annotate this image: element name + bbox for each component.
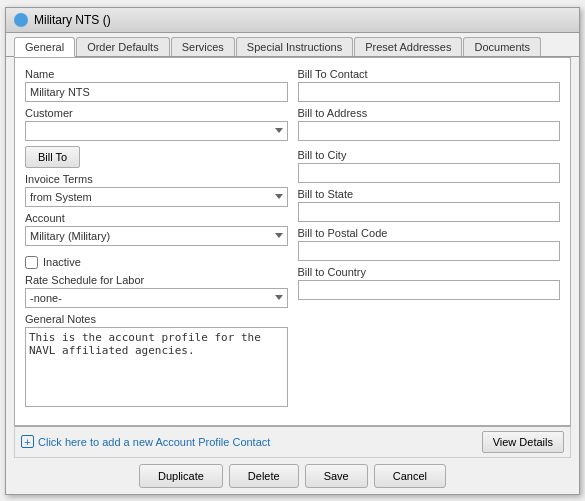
- plus-icon: +: [21, 435, 34, 448]
- save-button[interactable]: Save: [305, 464, 368, 488]
- bill-to-city-field-group: Bill to City: [298, 149, 561, 183]
- bill-to-country-label: Bill to Country: [298, 266, 561, 278]
- bottom-bar: + Click here to add a new Account Profil…: [14, 426, 571, 458]
- cancel-button[interactable]: Cancel: [374, 464, 446, 488]
- main-window: Military NTS () General Order Defaults S…: [5, 7, 580, 495]
- customer-select[interactable]: [25, 121, 288, 141]
- bill-to-city-label: Bill to City: [298, 149, 561, 161]
- bill-to-postal-field-group: Bill to Postal Code: [298, 227, 561, 261]
- bill-to-postal-label: Bill to Postal Code: [298, 227, 561, 239]
- bill-to-city-input[interactable]: [298, 163, 561, 183]
- window-title: Military NTS (): [34, 13, 111, 27]
- general-notes-textarea[interactable]: This is the account profile for the NAVL…: [25, 327, 288, 407]
- account-label: Account: [25, 212, 288, 224]
- tab-order-defaults[interactable]: Order Defaults: [76, 37, 170, 56]
- bill-to-address-field-group: Bill to Address: [298, 107, 561, 141]
- account-select[interactable]: Military (Military): [25, 226, 288, 246]
- add-contact-text: Click here to add a new Account Profile …: [38, 436, 270, 448]
- name-label: Name: [25, 68, 288, 80]
- invoice-terms-label: Invoice Terms: [25, 173, 288, 185]
- left-column: Name Customer Bill To Invoice Terms: [25, 68, 288, 415]
- tab-bar: General Order Defaults Services Special …: [6, 33, 579, 57]
- tab-documents[interactable]: Documents: [463, 37, 541, 56]
- tab-special-instructions[interactable]: Special Instructions: [236, 37, 353, 56]
- bill-to-country-field-group: Bill to Country: [298, 266, 561, 300]
- bill-to-address-label: Bill to Address: [298, 107, 561, 119]
- bill-to-button[interactable]: Bill To: [25, 146, 80, 168]
- bill-to-contact-input[interactable]: [298, 82, 561, 102]
- invoice-terms-field-group: Invoice Terms from System: [25, 173, 288, 207]
- delete-button[interactable]: Delete: [229, 464, 299, 488]
- add-contact-link[interactable]: + Click here to add a new Account Profil…: [21, 435, 270, 448]
- bill-to-country-input[interactable]: [298, 280, 561, 300]
- bill-to-state-field-group: Bill to State: [298, 188, 561, 222]
- rate-schedule-label: Rate Schedule for Labor: [25, 274, 288, 286]
- duplicate-button[interactable]: Duplicate: [139, 464, 223, 488]
- name-input[interactable]: [25, 82, 288, 102]
- general-notes-field-group: General Notes This is the account profil…: [25, 313, 288, 410]
- right-column: Bill To Contact Bill to Address Bill to …: [298, 68, 561, 415]
- window-icon: [14, 13, 28, 27]
- bill-to-btn-container: Bill To: [25, 146, 288, 168]
- view-details-button[interactable]: View Details: [482, 431, 564, 453]
- general-notes-label: General Notes: [25, 313, 288, 325]
- customer-field-group: Customer: [25, 107, 288, 141]
- name-field-group: Name: [25, 68, 288, 102]
- customer-label: Customer: [25, 107, 288, 119]
- tab-general[interactable]: General: [14, 37, 75, 57]
- title-bar: Military NTS (): [6, 8, 579, 33]
- form-layout: Name Customer Bill To Invoice Terms: [25, 68, 560, 415]
- bill-to-state-label: Bill to State: [298, 188, 561, 200]
- tab-services[interactable]: Services: [171, 37, 235, 56]
- bill-to-postal-input[interactable]: [298, 241, 561, 261]
- rate-schedule-field-group: Rate Schedule for Labor -none-: [25, 274, 288, 308]
- tab-preset-addresses[interactable]: Preset Addresses: [354, 37, 462, 56]
- invoice-terms-select[interactable]: from System: [25, 187, 288, 207]
- bill-to-contact-label: Bill To Contact: [298, 68, 561, 80]
- inactive-label: Inactive: [43, 256, 81, 268]
- account-field-group: Account Military (Military): [25, 212, 288, 246]
- bill-to-address-input[interactable]: [298, 121, 561, 141]
- inactive-checkbox[interactable]: [25, 256, 38, 269]
- inactive-checkbox-row: Inactive: [25, 256, 288, 269]
- form-content: Name Customer Bill To Invoice Terms: [14, 57, 571, 426]
- bill-to-state-input[interactable]: [298, 202, 561, 222]
- bill-to-contact-field-group: Bill To Contact: [298, 68, 561, 102]
- rate-schedule-select[interactable]: -none-: [25, 288, 288, 308]
- footer-buttons: Duplicate Delete Save Cancel: [6, 458, 579, 494]
